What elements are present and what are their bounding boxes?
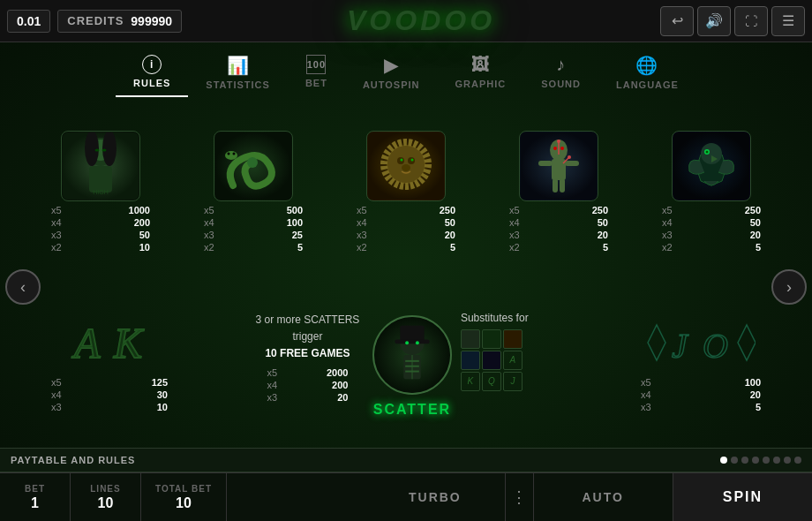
dot-5[interactable] <box>763 457 770 464</box>
fullscreen-button[interactable]: ⛶ <box>734 6 768 36</box>
svg-point-10 <box>247 157 258 168</box>
menu-button[interactable]: ☰ <box>771 6 805 36</box>
mult: x3 <box>641 402 651 412</box>
val: 125 <box>152 377 168 388</box>
scatter-freegames: 10 FREE GAMES <box>265 347 350 359</box>
raven-svg <box>673 132 749 200</box>
prev-arrow[interactable]: ‹ <box>5 269 41 305</box>
dot-4[interactable] <box>752 457 759 464</box>
credits-label: CREDITS <box>67 14 124 27</box>
sub-sym-k: K <box>461 372 480 391</box>
mult: x5 <box>204 205 214 215</box>
svg-point-21 <box>402 164 410 171</box>
svg-point-38 <box>706 151 709 154</box>
scatter-label: SCATTER <box>373 402 451 418</box>
svg-rect-25 <box>538 161 553 166</box>
mult: x3 <box>204 230 214 240</box>
val: 50 <box>139 230 150 240</box>
woman-svg: HIGH <box>63 132 139 200</box>
tab-rules[interactable]: i RULES <box>116 49 188 97</box>
snake-image <box>214 131 293 201</box>
tab-language[interactable]: 🌐 LANGUAGE <box>598 49 696 97</box>
tab-sound-label: SOUND <box>541 79 581 89</box>
svg-rect-39 <box>56 312 162 374</box>
dot-3[interactable] <box>741 457 748 464</box>
tab-statistics[interactable]: 📊 STATISTICS <box>188 49 288 97</box>
spacer <box>227 473 365 521</box>
svg-point-34 <box>560 147 564 150</box>
raven-image <box>672 131 751 201</box>
lines-label: LINES <box>90 484 120 494</box>
val: 5 <box>297 242 303 253</box>
svg-text:O: O <box>703 326 728 366</box>
autospin-icon: ▶ <box>384 55 398 76</box>
bottom-controls: BET 1 LINES 10 TOTAL BET 10 TURBO ⋮ AUTO… <box>0 472 812 521</box>
svg-text:HIGH: HIGH <box>93 189 109 195</box>
mult: x3 <box>662 230 673 240</box>
svg-text:J: J <box>672 326 689 366</box>
sub-sym-lion <box>503 329 523 349</box>
svg-point-7 <box>102 149 107 152</box>
symbol-snake: x5500 x4100 x325 x25 <box>200 131 306 253</box>
total-bet-group: TOTAL BET 10 <box>141 473 227 521</box>
val: 5 <box>756 402 761 412</box>
tab-bet[interactable]: 100 BET <box>288 49 345 97</box>
dot-8[interactable] <box>794 457 801 464</box>
turbo-button[interactable]: TURBO <box>365 473 505 521</box>
app-layout: 0.01 CREDITS 999990 VOODOO ↩ 🔊 ⛶ ☰ i <box>0 0 812 521</box>
dots-menu-button[interactable]: ⋮ <box>506 473 534 521</box>
val: 25 <box>292 230 303 240</box>
mult: x2 <box>509 242 520 253</box>
payout-row: x5 1000 <box>51 205 150 215</box>
scatter-image-container: SCATTER <box>372 312 452 418</box>
val: 20 <box>445 230 455 240</box>
symbol-doll: x5250 x450 x320 x25 <box>506 131 612 253</box>
symbol-woman: HIGH x5 1000 x4 200 x3 <box>48 131 154 253</box>
sound-icon: 🔊 <box>705 12 723 29</box>
auto-button[interactable]: AUTO <box>534 473 673 521</box>
val: 250 <box>440 205 455 215</box>
svg-text:K: K <box>113 320 145 366</box>
undo-button[interactable]: ↩ <box>660 6 694 36</box>
doll-image <box>519 131 598 201</box>
sub-sym-raven <box>482 351 501 370</box>
bet-icon: 100 <box>306 55 326 74</box>
game-title: VOODOO <box>347 4 495 37</box>
svg-rect-53 <box>405 365 419 366</box>
tab-graphic[interactable]: 🖼 GRAPHIC <box>438 49 524 97</box>
tab-rules-label: RULES <box>133 78 170 88</box>
scatter-image <box>372 315 452 395</box>
svg-point-30 <box>557 140 560 143</box>
woman-payouts: x5 1000 x4 200 x3 50 x2 <box>48 205 154 253</box>
val: 2000 <box>327 367 348 378</box>
svg-point-33 <box>553 147 557 150</box>
svg-point-49 <box>416 341 419 344</box>
qjio-section: J O x5100 x420 x35 <box>623 312 764 412</box>
tab-autospin[interactable]: ▶ AUTOSPIN <box>345 49 438 97</box>
mult: x4 <box>204 217 214 228</box>
tab-sound[interactable]: ♪ SOUND <box>523 49 598 97</box>
val: 200 <box>134 217 150 228</box>
val: 20 <box>598 230 608 240</box>
svg-point-13 <box>233 153 236 155</box>
dot-2[interactable] <box>731 457 738 464</box>
dot-7[interactable] <box>784 457 791 464</box>
sub-sym-woman <box>461 329 480 349</box>
raven-payouts: x5250 x450 x320 x25 <box>658 205 764 253</box>
language-icon: 🌐 <box>635 55 658 76</box>
svg-point-12 <box>228 153 230 155</box>
dot-1[interactable] <box>720 457 727 464</box>
snake-svg <box>215 132 291 200</box>
next-arrow[interactable]: › <box>771 269 807 305</box>
spin-button[interactable]: SPIN <box>673 473 812 521</box>
sub-sym-j: J <box>503 372 523 391</box>
mult: x5 <box>357 205 367 215</box>
credits-value: 999990 <box>131 14 172 28</box>
symbols-content: HIGH x5 1000 x4 200 x3 <box>0 101 812 448</box>
sound-button[interactable]: 🔊 <box>697 6 731 36</box>
dots-icon: ⋮ <box>511 487 527 507</box>
val: 1000 <box>129 205 150 215</box>
mult: x4 <box>51 217 62 228</box>
val: 500 <box>287 205 303 215</box>
dot-6[interactable] <box>773 457 780 464</box>
